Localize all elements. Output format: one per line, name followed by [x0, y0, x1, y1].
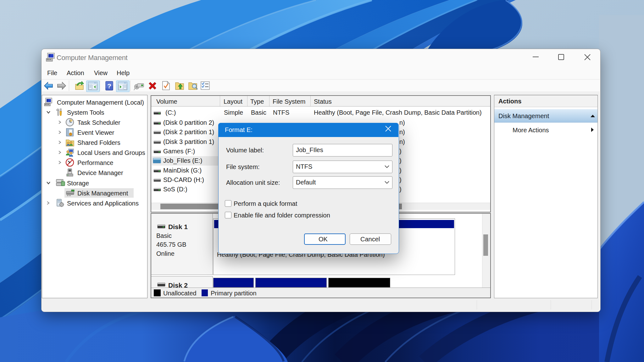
svg-text:?: ?	[107, 82, 111, 90]
